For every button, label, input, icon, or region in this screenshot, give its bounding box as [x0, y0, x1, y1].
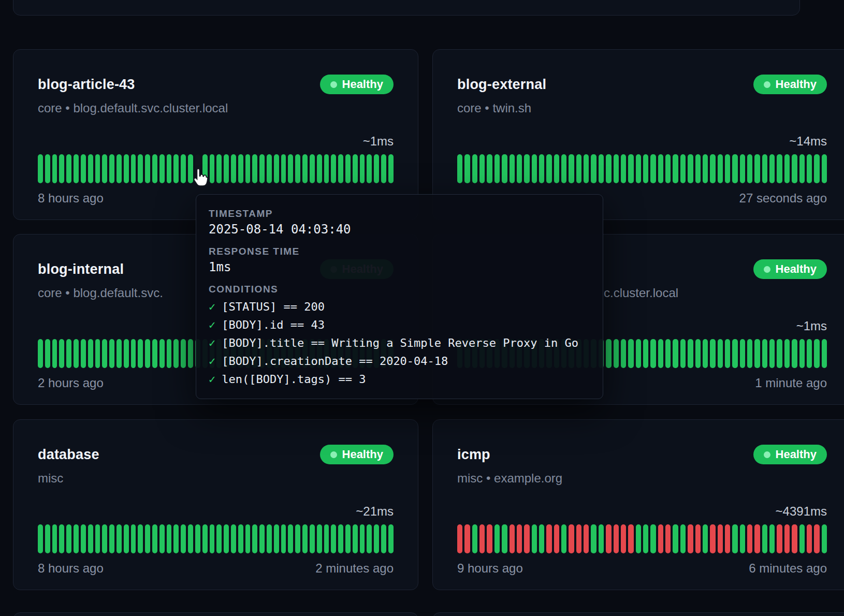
status-bar[interactable] [131, 524, 136, 553]
status-bar[interactable] [822, 524, 827, 553]
status-bar[interactable] [145, 154, 150, 183]
status-bar[interactable] [252, 154, 257, 183]
status-bar[interactable] [124, 154, 129, 183]
status-bar[interactable] [374, 524, 379, 553]
status-bar[interactable] [762, 524, 767, 553]
status-bar[interactable] [238, 524, 243, 553]
status-bar[interactable] [576, 154, 581, 183]
status-bar[interactable] [145, 339, 150, 368]
status-bar[interactable] [95, 524, 100, 553]
status-bar[interactable] [45, 339, 50, 368]
status-bar[interactable] [539, 524, 544, 553]
status-bar[interactable] [66, 339, 71, 368]
status-bar[interactable] [636, 524, 641, 553]
status-bar[interactable] [173, 524, 179, 553]
status-bar[interactable] [74, 524, 79, 553]
status-bar[interactable] [643, 524, 648, 553]
status-bar[interactable] [38, 154, 43, 183]
status-bar[interactable] [703, 339, 708, 368]
status-bar[interactable] [259, 154, 265, 183]
status-bar[interactable] [673, 339, 678, 368]
endpoint-title[interactable]: database [38, 446, 99, 463]
status-bar[interactable] [367, 524, 372, 553]
status-bar[interactable] [822, 154, 827, 183]
status-bar[interactable] [695, 339, 701, 368]
status-bar[interactable] [167, 524, 172, 553]
status-bar[interactable] [281, 154, 286, 183]
status-bar[interactable] [117, 524, 122, 553]
status-bar[interactable] [524, 154, 529, 183]
status-bar[interactable] [561, 524, 566, 553]
status-bar[interactable] [792, 339, 797, 368]
status-bar[interactable] [807, 339, 812, 368]
status-bar[interactable] [210, 154, 215, 183]
status-bar[interactable] [281, 524, 286, 553]
status-bar[interactable] [576, 524, 581, 553]
status-bar[interactable] [539, 154, 544, 183]
status-bar[interactable] [331, 524, 336, 553]
status-bar[interactable] [584, 154, 589, 183]
status-bar[interactable] [288, 154, 293, 183]
status-bar[interactable] [814, 339, 819, 368]
status-bar[interactable] [245, 524, 251, 553]
status-bar[interactable] [628, 154, 633, 183]
status-bar[interactable] [231, 154, 236, 183]
status-bar[interactable] [173, 339, 179, 368]
status-bar[interactable] [747, 524, 752, 553]
status-bar[interactable] [45, 524, 50, 553]
status-bar[interactable] [718, 524, 723, 553]
status-bar[interactable] [360, 154, 365, 183]
status-bar[interactable] [310, 524, 315, 553]
status-bar[interactable] [740, 154, 745, 183]
status-bar[interactable] [502, 524, 507, 553]
status-bar[interactable] [74, 339, 79, 368]
status-bar[interactable] [650, 339, 656, 368]
status-bar[interactable] [740, 339, 745, 368]
status-bar[interactable] [546, 524, 551, 553]
status-bar[interactable] [231, 524, 236, 553]
status-bar[interactable] [732, 524, 737, 553]
status-bar[interactable] [188, 154, 193, 183]
status-bar[interactable] [688, 154, 693, 183]
status-bar[interactable] [224, 154, 229, 183]
status-bar[interactable] [238, 154, 243, 183]
status-bar[interactable] [88, 524, 93, 553]
status-bar[interactable] [131, 339, 136, 368]
status-bar[interactable] [814, 524, 819, 553]
status-bar[interactable] [732, 154, 737, 183]
status-bar[interactable] [665, 339, 671, 368]
status-bar[interactable] [472, 524, 477, 553]
status-bar[interactable] [532, 524, 537, 553]
status-bar[interactable] [388, 524, 394, 553]
status-bar[interactable] [494, 524, 500, 553]
status-bar[interactable] [117, 339, 122, 368]
status-bar[interactable] [740, 524, 745, 553]
status-bar[interactable] [658, 524, 663, 553]
status-bar[interactable] [324, 154, 329, 183]
status-bar[interactable] [561, 154, 566, 183]
status-bar[interactable] [302, 154, 308, 183]
status-bar[interactable] [636, 339, 641, 368]
status-bar[interactable] [643, 154, 648, 183]
status-bar[interactable] [703, 154, 708, 183]
status-bar[interactable] [754, 339, 760, 368]
status-bar[interactable] [181, 154, 186, 183]
status-bar[interactable] [606, 154, 611, 183]
status-bar[interactable] [650, 154, 656, 183]
status-bar[interactable] [487, 524, 492, 553]
status-bar[interactable] [360, 524, 365, 553]
status-bar[interactable] [109, 154, 114, 183]
status-bar[interactable] [725, 524, 730, 553]
status-bar[interactable] [680, 154, 686, 183]
status-bar[interactable] [614, 524, 619, 553]
status-bar[interactable] [599, 524, 604, 553]
status-bar[interactable] [202, 524, 208, 553]
status-bar[interactable] [487, 154, 492, 183]
status-bar[interactable] [673, 524, 678, 553]
status-bar[interactable] [665, 524, 671, 553]
status-bar[interactable] [479, 154, 485, 183]
status-bar[interactable] [799, 339, 805, 368]
status-bar[interactable] [636, 154, 641, 183]
endpoint-title[interactable]: blog-external [457, 76, 546, 93]
status-bar[interactable] [784, 154, 790, 183]
